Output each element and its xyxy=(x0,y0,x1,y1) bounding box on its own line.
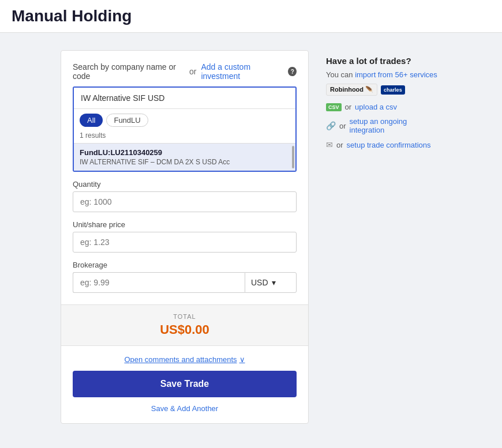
broker-logos: Robinhood 🪶 charles xyxy=(326,84,441,96)
brokerage-row: USD ▾ xyxy=(73,272,297,293)
filter-tab-fundlu[interactable]: FundLU xyxy=(106,114,148,127)
integration-icon: 🔗 xyxy=(326,121,336,130)
search-by-label: Search by company name or code xyxy=(73,62,185,81)
or-text-1: or xyxy=(189,67,196,76)
search-input-wrapper: All FundLU 1 results FundLU:LU2110340259… xyxy=(73,86,297,172)
filter-tabs: All FundLU xyxy=(74,109,295,130)
save-trade-button[interactable]: Save Trade xyxy=(73,371,297,397)
unit-price-label: Unit/share price xyxy=(73,220,297,229)
currency-value: USD xyxy=(251,278,268,287)
robinhood-logo: Robinhood 🪶 xyxy=(326,84,377,96)
setup-trade-confirmations-link[interactable]: setup trade confirmations xyxy=(347,141,431,149)
sidebar-title: Have a lot of trades? xyxy=(326,56,441,66)
save-add-another-link[interactable]: Save & Add Another xyxy=(151,404,218,413)
quantity-group: Quantity xyxy=(73,180,297,212)
search-input[interactable] xyxy=(74,88,295,108)
result-name: IW ALTERNATIVE SIF – DCM DA 2X S USD Acc xyxy=(80,158,290,166)
trade-confirm-row: ✉ or setup trade confirmations xyxy=(326,140,441,149)
search-dropdown: All FundLU 1 results FundLU:LU2110340259… xyxy=(74,108,295,171)
main-form-card: Search by company name or code or Add a … xyxy=(61,50,309,424)
actions-section: Open comments and attachments ∨ Save Tra… xyxy=(61,345,308,423)
total-section: TOTAL US$0.00 xyxy=(61,304,308,345)
brokerage-label: Brokerage xyxy=(73,261,297,269)
csv-badge: CSV xyxy=(326,103,342,111)
chevron-down-small-icon: ∨ xyxy=(239,355,245,364)
unit-price-input[interactable] xyxy=(73,232,297,253)
results-count: 1 results xyxy=(74,130,295,143)
or-text-integration: or xyxy=(339,122,346,130)
chevron-down-icon: ▾ xyxy=(272,278,276,287)
charles-schwab-logo: charles xyxy=(381,85,405,95)
mail-icon: ✉ xyxy=(326,140,333,149)
page-header: Manual Holding xyxy=(0,0,502,33)
sidebar-import-text: You can import from 56+ services xyxy=(326,70,441,79)
help-icon[interactable]: ? xyxy=(288,67,297,76)
setup-integration-link[interactable]: setup an ongoing integration xyxy=(350,117,441,134)
currency-select[interactable]: USD ▾ xyxy=(245,272,297,293)
total-value: US$0.00 xyxy=(73,322,297,337)
brokerage-input[interactable] xyxy=(73,272,245,293)
scrollbar xyxy=(292,146,294,168)
add-custom-investment-link[interactable]: Add a custom investment xyxy=(201,62,283,81)
quantity-input[interactable] xyxy=(73,191,297,212)
import-services-link[interactable]: import from 56+ services xyxy=(355,70,437,79)
page-title: Manual Holding xyxy=(12,7,490,25)
integration-row: 🔗 or setup an ongoing integration xyxy=(326,117,441,134)
unit-price-group: Unit/share price xyxy=(73,220,297,253)
quantity-label: Quantity xyxy=(73,180,297,189)
brokerage-group: Brokerage USD ▾ xyxy=(73,261,297,293)
upload-csv-link[interactable]: upload a csv xyxy=(355,103,397,111)
filter-tab-all[interactable]: All xyxy=(80,114,103,127)
or-text-csv: or xyxy=(345,103,352,111)
open-comments-link[interactable]: Open comments and attachments ∨ xyxy=(124,355,245,364)
right-sidebar: Have a lot of trades? You can import fro… xyxy=(326,50,441,155)
or-text-confirm: or xyxy=(336,141,343,149)
result-item[interactable]: FundLU:LU2110340259 IW ALTERNATIVE SIF –… xyxy=(74,143,295,171)
total-label: TOTAL xyxy=(73,313,297,320)
csv-row: CSV or upload a csv xyxy=(326,103,441,111)
result-code: FundLU:LU2110340259 xyxy=(80,148,290,157)
